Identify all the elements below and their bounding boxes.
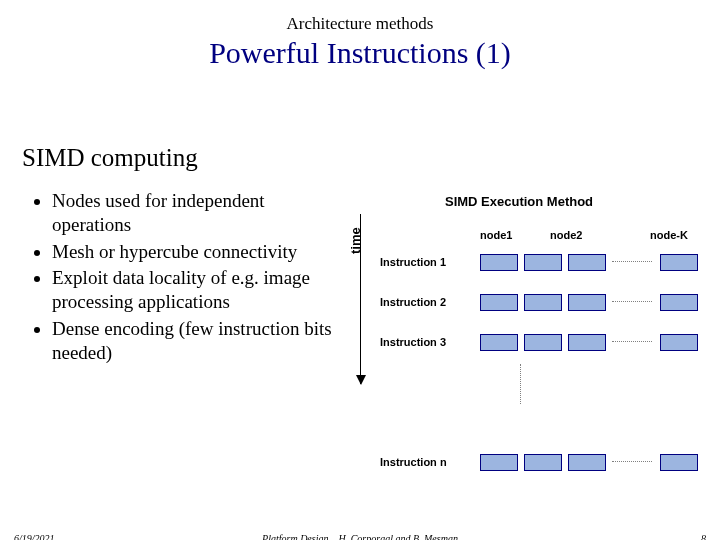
row-label: Instruction 1 [380, 256, 446, 268]
node-box [480, 254, 518, 271]
ellipsis-horizontal [612, 301, 652, 302]
row-label: Instruction 2 [380, 296, 446, 308]
node-box [524, 254, 562, 271]
row-label: Instruction n [380, 456, 447, 468]
node-box [480, 334, 518, 351]
ellipsis-horizontal [612, 261, 652, 262]
node-box [524, 334, 562, 351]
col-header-nodek: node-K [650, 229, 688, 241]
node-box [660, 294, 698, 311]
node-box [524, 294, 562, 311]
time-arrow-line [360, 214, 361, 384]
diagram-title: SIMD Execution Method [445, 194, 593, 209]
slide: Architecture methods Powerful Instructio… [0, 14, 720, 540]
node-box [660, 334, 698, 351]
node-box [480, 454, 518, 471]
node-box [568, 454, 606, 471]
col-header-node1: node1 [480, 229, 512, 241]
footer-center: Platform Design H. Corporaal and B. Mesm… [0, 533, 720, 540]
super-title: Architecture methods [0, 14, 720, 34]
ellipsis-horizontal [612, 461, 652, 462]
ellipsis-horizontal [612, 341, 652, 342]
col-header-node2: node2 [550, 229, 582, 241]
node-box [660, 254, 698, 271]
slide-title: Powerful Instructions (1) [0, 36, 720, 70]
section-heading: SIMD computing [22, 144, 198, 172]
node-box [568, 294, 606, 311]
row-label: Instruction 3 [380, 336, 446, 348]
ellipsis-vertical [520, 364, 521, 404]
node-box [568, 254, 606, 271]
bullet-item: Mesh or hypercube connectivity [52, 240, 344, 264]
node-box [660, 454, 698, 471]
bullet-item: Exploit data locality of e.g. image proc… [52, 266, 344, 315]
arrow-down-icon [356, 375, 366, 385]
bullet-item: Dense encoding (few instruction bits nee… [52, 317, 344, 366]
simd-diagram: SIMD Execution Method time node1 node2 n… [350, 194, 710, 504]
footer-page-number: 8 [701, 533, 706, 540]
node-box [524, 454, 562, 471]
node-box [480, 294, 518, 311]
bullet-list: Nodes used for independent operations Me… [34, 189, 344, 367]
footer-center-a: Platform Design [262, 533, 328, 540]
node-box [568, 334, 606, 351]
bullet-item: Nodes used for independent operations [52, 189, 344, 238]
time-arrow [360, 214, 361, 384]
footer-center-b: H. Corporaal and B. Mesman [338, 533, 457, 540]
